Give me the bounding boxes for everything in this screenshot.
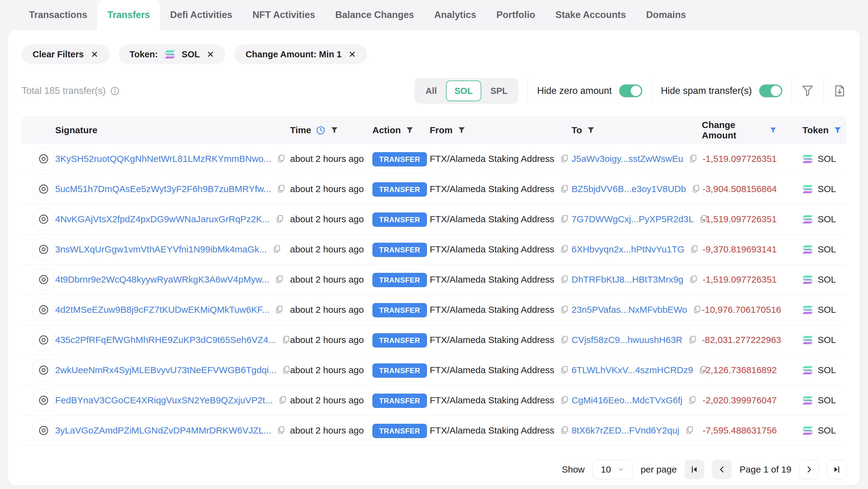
copy-from-button[interactable] bbox=[560, 245, 569, 254]
filter-button[interactable] bbox=[801, 84, 814, 98]
signature-link[interactable]: 3nsWLXqUrGgw1vmVthAEYVfni1N99ibMk4maGk..… bbox=[55, 244, 267, 255]
filter-icon[interactable] bbox=[330, 126, 339, 134]
copy-from-button[interactable] bbox=[560, 365, 569, 375]
signature-link[interactable]: 3KySH52ruotQQKgNhNetWrL81LMzRKYmmBNwo... bbox=[55, 154, 271, 164]
copy-to-button[interactable] bbox=[690, 245, 699, 254]
hide-zero-toggle[interactable] bbox=[619, 85, 642, 97]
preview-button[interactable] bbox=[33, 148, 55, 170]
clock-icon[interactable] bbox=[316, 126, 326, 135]
preview-button[interactable] bbox=[33, 389, 55, 411]
filter-icon[interactable] bbox=[406, 126, 414, 134]
preview-button[interactable] bbox=[33, 178, 55, 200]
signature-link[interactable]: FedBYnaV3CGoCE4XRiqgVuxSN2YeB9QZxjuVP2t.… bbox=[55, 395, 273, 405]
tab[interactable]: NFT Activities bbox=[243, 0, 326, 30]
copy-to-button[interactable] bbox=[691, 185, 701, 194]
next-page-button[interactable] bbox=[799, 460, 819, 479]
copy-from-button[interactable] bbox=[560, 185, 569, 194]
signature-link[interactable]: 4d2tMSeEZuw9B8j9cFZ7tKUDwEKMiQMkTuw6KF..… bbox=[55, 304, 269, 315]
prev-page-button[interactable] bbox=[712, 460, 732, 479]
to-address-link[interactable]: J5aWv3oigy...sstZwWswEu bbox=[571, 154, 683, 164]
token-filter-chip[interactable]: Token: SOL bbox=[119, 44, 226, 64]
to-address-link[interactable]: CVjsf58zC9...hwuushH63R bbox=[571, 335, 683, 345]
segmented-option[interactable]: SPL bbox=[482, 80, 516, 101]
copy-signature-button[interactable] bbox=[281, 335, 291, 345]
preview-button[interactable] bbox=[33, 238, 55, 260]
chevron-left-icon bbox=[718, 465, 726, 474]
copy-signature-button[interactable] bbox=[275, 275, 284, 284]
to-address-link[interactable]: 7G7DWWgCxj...PyXP5R2d3L bbox=[571, 214, 693, 224]
tab[interactable]: Balance Changes bbox=[325, 0, 424, 30]
copy-icon bbox=[560, 245, 569, 254]
tab[interactable]: Defi Activities bbox=[160, 0, 243, 30]
close-icon[interactable] bbox=[348, 50, 356, 58]
copy-signature-button[interactable] bbox=[275, 215, 284, 224]
filter-icon[interactable] bbox=[458, 126, 466, 134]
table-row: 5ucM51h7DmQAsEe5zWyt3yF2F6h9B7zuBMRYfw..… bbox=[22, 174, 846, 204]
filter-icon-active[interactable] bbox=[834, 126, 842, 134]
copy-from-button[interactable] bbox=[560, 154, 569, 163]
signature-link[interactable]: 3yLaVGoZAmdPZiMLGNdZvDP4MMrDRKW6VJZL... bbox=[55, 425, 271, 436]
to-address-link[interactable]: 8tX6k7rZED...FVnd6Y2quj bbox=[571, 425, 680, 436]
hide-spam-toggle[interactable] bbox=[759, 85, 782, 97]
clear-filters-chip[interactable]: Clear Filters bbox=[22, 44, 110, 64]
segmented-option[interactable]: All bbox=[417, 80, 445, 101]
copy-to-button[interactable] bbox=[689, 275, 698, 284]
to-address-link[interactable]: CgMi416Eeo...MdcTVxG6fj bbox=[571, 395, 682, 405]
tab-label: Transactions bbox=[29, 9, 87, 21]
download-button[interactable] bbox=[833, 84, 846, 98]
preview-button[interactable] bbox=[33, 299, 55, 321]
last-page-button[interactable] bbox=[827, 460, 846, 479]
copy-signature-button[interactable] bbox=[277, 154, 286, 163]
to-address-link[interactable]: DhTRFbKtJ8...HBtT3Mrx9g bbox=[571, 274, 683, 285]
tab[interactable]: Transfers bbox=[97, 0, 160, 30]
copy-from-button[interactable] bbox=[560, 305, 569, 314]
tab[interactable]: Stake Accounts bbox=[545, 0, 636, 30]
to-address-link[interactable]: BZ5bjdVV6B...e3oy1V8UDb bbox=[571, 184, 686, 194]
copy-from-button[interactable] bbox=[560, 426, 569, 435]
preview-button[interactable] bbox=[33, 208, 55, 230]
to-address-link[interactable]: 6TLWLhVKxV...4szmHCRDz9 bbox=[571, 365, 693, 375]
preview-button[interactable] bbox=[33, 269, 55, 291]
copy-signature-button[interactable] bbox=[272, 245, 281, 254]
copy-signature-button[interactable] bbox=[277, 185, 286, 194]
segmented-option[interactable]: SOL bbox=[446, 80, 481, 101]
page-size-select[interactable]: 10 bbox=[593, 460, 632, 479]
copy-from-button[interactable] bbox=[560, 396, 569, 405]
filter-icon-active[interactable] bbox=[770, 126, 777, 134]
copy-to-button[interactable] bbox=[693, 305, 702, 314]
signature-link[interactable]: 4t9Dbrnr9e2WcQ48kyywRyaWRkgK3A6wV4pMyw..… bbox=[55, 274, 269, 285]
signature-link[interactable]: 4NvKGAjVtsX2fpdZ4pxDG9wWNaJaruxGrRqPz2K.… bbox=[55, 214, 270, 224]
preview-button[interactable] bbox=[33, 359, 55, 381]
copy-from-button[interactable] bbox=[560, 275, 569, 284]
preview-button[interactable] bbox=[33, 420, 55, 442]
copy-to-button[interactable] bbox=[688, 335, 697, 345]
from-address: FTX/Alameda Staking Address bbox=[430, 335, 555, 345]
signature-link[interactable]: 435c2PfRFqEfWGhMhRHE9ZuKP3dC9t65Seh6VZ4.… bbox=[55, 335, 276, 345]
info-icon[interactable] bbox=[110, 86, 120, 96]
token-symbol: SOL bbox=[818, 274, 836, 285]
preview-button[interactable] bbox=[33, 329, 55, 351]
copy-to-button[interactable] bbox=[689, 154, 698, 163]
copy-signature-button[interactable] bbox=[278, 396, 287, 405]
filter-icon[interactable] bbox=[587, 126, 595, 134]
tab[interactable]: Analytics bbox=[424, 0, 487, 30]
close-icon[interactable] bbox=[91, 50, 98, 58]
copy-to-button[interactable] bbox=[688, 396, 697, 405]
copy-signature-button[interactable] bbox=[282, 365, 291, 375]
copy-signature-button[interactable] bbox=[277, 426, 286, 435]
tab[interactable]: Portfolio bbox=[487, 0, 545, 30]
tab[interactable]: Transactions bbox=[19, 0, 97, 30]
tab[interactable]: Domains bbox=[636, 0, 696, 30]
to-address-link[interactable]: 23n5PVafas...NxMFvbbEWo bbox=[571, 304, 687, 315]
preview-icon bbox=[38, 425, 49, 436]
copy-signature-button[interactable] bbox=[275, 305, 284, 314]
copy-from-button[interactable] bbox=[560, 215, 569, 224]
signature-link[interactable]: 5ucM51h7DmQAsEe5zWyt3yF2F6h9B7zuBMRYfw..… bbox=[55, 184, 271, 194]
change-amount-filter-chip[interactable]: Change Amount: Min 1 bbox=[235, 44, 367, 64]
to-address-link[interactable]: 6XHbvyqn2x...hPtNvYu1TG bbox=[571, 244, 684, 255]
copy-to-button[interactable] bbox=[685, 426, 694, 435]
copy-from-button[interactable] bbox=[560, 335, 569, 345]
first-page-button[interactable] bbox=[685, 460, 704, 479]
close-icon[interactable] bbox=[207, 50, 214, 58]
signature-link[interactable]: 2wkUeeNmRx4SyjMLEBvyvU73tNeEFVWGB6Tgdqi.… bbox=[55, 365, 276, 375]
